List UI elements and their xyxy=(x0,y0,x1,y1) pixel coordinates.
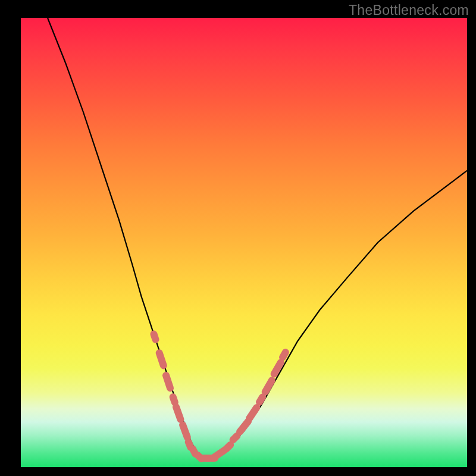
watermark-text: TheBottleneck.com xyxy=(349,2,469,18)
marker-segment xyxy=(176,407,181,419)
chart-frame: TheBottleneck.com xyxy=(0,0,476,476)
marker-segment xyxy=(259,397,262,402)
marker-segment xyxy=(166,375,170,388)
curve-layer xyxy=(21,18,467,467)
marker-segment xyxy=(183,425,187,437)
bottleneck-curve xyxy=(48,18,467,458)
marker-segment xyxy=(214,450,226,458)
marker-segment xyxy=(159,353,164,365)
marker-segment xyxy=(265,380,272,392)
marker-segment xyxy=(154,334,156,340)
marker-segment xyxy=(249,408,256,419)
marker-segment xyxy=(226,445,230,449)
marker-segment xyxy=(283,352,286,357)
marker-segment xyxy=(240,421,248,432)
marker-segment xyxy=(173,397,175,402)
marker-segment xyxy=(233,436,237,440)
plot-area xyxy=(21,18,467,467)
marker-layer xyxy=(154,334,286,459)
